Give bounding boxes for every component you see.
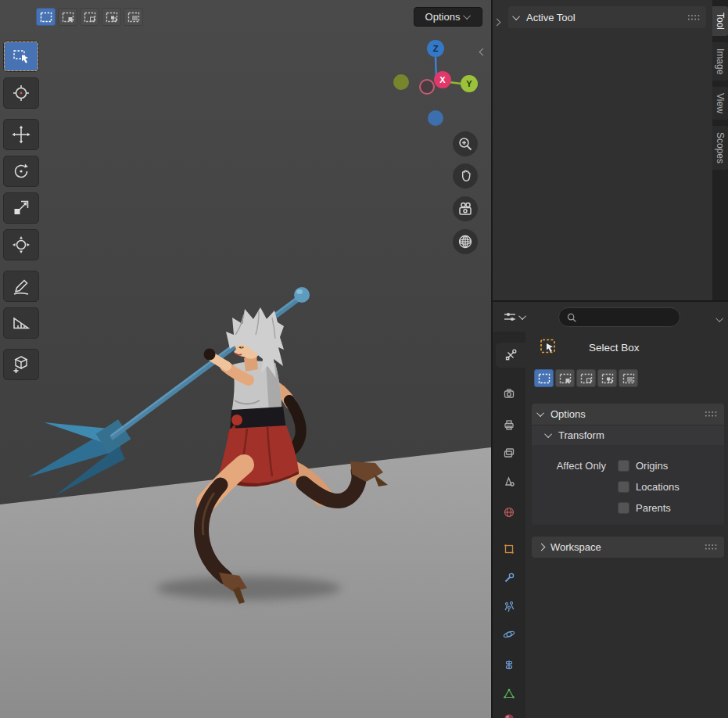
- tab-world[interactable]: [493, 500, 525, 525]
- zoom-button[interactable]: [453, 131, 478, 156]
- tool-add-cube-button[interactable]: [3, 349, 39, 380]
- sidebar-collapse-arrow[interactable]: [480, 45, 486, 57]
- workspace-panel-title: Workspace: [550, 541, 601, 553]
- physics-tab-icon: [503, 628, 515, 641]
- gizmo-axis-z-neg[interactable]: [428, 110, 443, 126]
- options-panel-title: Options: [550, 408, 586, 420]
- navigation-gizmo[interactable]: Z X Y: [389, 38, 490, 130]
- select-mode-group: [534, 369, 638, 387]
- checkbox-locations[interactable]: [618, 481, 629, 493]
- ortho-grid-icon: [457, 233, 474, 250]
- tab-object-data[interactable]: [493, 681, 525, 706]
- tool-annotate-button[interactable]: [3, 271, 39, 302]
- workspace-panel-header[interactable]: Workspace: [532, 537, 724, 558]
- affect-only-row: Affect Only Origins: [532, 455, 724, 476]
- tab-particles[interactable]: [493, 594, 525, 619]
- chevron-down-icon: [544, 430, 552, 438]
- options-panel-header[interactable]: Options: [532, 404, 724, 425]
- viewport-toolbar: [3, 41, 39, 386]
- tool-tab-icon: [504, 349, 517, 361]
- checkbox-parents[interactable]: [618, 502, 629, 514]
- properties-tab-strip: [493, 332, 525, 718]
- tool-measure-button[interactable]: [3, 307, 39, 339]
- tool-select-box-button[interactable]: [3, 41, 39, 72]
- chevron-down-icon: [464, 12, 472, 20]
- scale-icon: [11, 198, 31, 218]
- 3d-viewport[interactable]: Options: [0, 0, 491, 718]
- options-panel: Options Transform Affect Only Origins: [532, 404, 724, 525]
- select-mode-group: [36, 8, 143, 26]
- tab-object[interactable]: [493, 537, 525, 562]
- select-subtract-icon: [84, 12, 96, 23]
- drag-handle-icon[interactable]: [687, 14, 700, 21]
- gizmo-axis-x-neg[interactable]: [420, 80, 434, 94]
- header-options-toggle[interactable]: [718, 313, 723, 325]
- tool-scale-button[interactable]: [3, 192, 39, 224]
- ortho-toggle-button[interactable]: [453, 229, 478, 254]
- properties-search[interactable]: [558, 307, 680, 327]
- panel-expand-arrow[interactable]: [494, 16, 500, 27]
- tab-modifiers[interactable]: [493, 565, 525, 591]
- properties-editor-icon: [503, 311, 517, 323]
- transform-subpanel-header[interactable]: Transform: [532, 425, 724, 445]
- camera-view-icon: [457, 200, 474, 217]
- modifiers-tab-icon: [503, 572, 515, 584]
- select-mode-extend-button[interactable]: [58, 8, 77, 26]
- search-input[interactable]: [582, 312, 672, 323]
- tab-physics[interactable]: [493, 622, 525, 647]
- affect-only-label: Affect Only: [532, 460, 606, 472]
- editor-type-button[interactable]: [499, 308, 530, 325]
- select-mode-subtract-button[interactable]: [576, 369, 596, 387]
- tab-constraints[interactable]: [493, 652, 525, 677]
- tool-move-button[interactable]: [3, 119, 39, 150]
- particles-tab-icon: [503, 600, 515, 612]
- viewport-options-dropdown[interactable]: Options: [414, 7, 482, 27]
- tab-output[interactable]: [493, 412, 525, 437]
- select-mode-set-button[interactable]: [534, 369, 554, 387]
- rotate-icon: [11, 161, 31, 181]
- select-mode-invert-button[interactable]: [102, 8, 121, 26]
- gizmo-axis-y-neg[interactable]: [393, 74, 409, 90]
- drag-handle-icon[interactable]: [705, 544, 717, 551]
- select-box-icon: [11, 46, 31, 66]
- sidebar-tab-tool[interactable]: Tool: [712, 6, 728, 36]
- sidebar-tab-scopes[interactable]: Scopes: [712, 126, 728, 170]
- character-shadow: [156, 576, 341, 600]
- active-tool-panel-header[interactable]: Active Tool: [508, 6, 706, 28]
- tool-cursor-button[interactable]: [3, 77, 39, 109]
- checkbox-origins[interactable]: [618, 460, 629, 472]
- checkbox-parents-label: Parents: [636, 502, 671, 514]
- chevron-down-icon: [512, 13, 520, 20]
- parents-row: Parents: [532, 497, 724, 519]
- camera-view-button[interactable]: [453, 196, 478, 221]
- chevron-down-icon: [536, 409, 544, 417]
- drag-handle-icon[interactable]: [705, 411, 717, 418]
- sidebar-tab-view[interactable]: View: [712, 87, 728, 120]
- locations-row: Locations: [532, 476, 724, 497]
- tool-transform-button[interactable]: [3, 229, 39, 260]
- transform-icon: [11, 235, 31, 255]
- select-mode-extend-button[interactable]: [555, 369, 575, 387]
- select-mode-intersect-button[interactable]: [124, 8, 143, 26]
- select-mode-intersect-button[interactable]: [619, 369, 638, 387]
- annotate-icon: [11, 276, 31, 296]
- pan-button[interactable]: [453, 163, 478, 188]
- viewport-options-label: Options: [425, 11, 461, 23]
- tab-render[interactable]: [493, 381, 525, 406]
- select-mode-subtract-button[interactable]: [80, 8, 99, 26]
- tab-tool[interactable]: [496, 343, 525, 368]
- zoom-icon: [457, 135, 474, 153]
- checkbox-locations-label: Locations: [636, 481, 680, 493]
- tab-scene[interactable]: [493, 468, 525, 494]
- tab-view-layer[interactable]: [493, 440, 525, 465]
- select-intersect-icon: [622, 373, 635, 384]
- select-mode-invert-button[interactable]: [597, 369, 617, 387]
- select-mode-set-button[interactable]: [36, 8, 56, 26]
- chevron-right-icon: [493, 19, 501, 27]
- tool-rotate-button[interactable]: [3, 156, 39, 187]
- select-extend-icon: [62, 12, 74, 23]
- scene-tab-icon: [503, 475, 515, 487]
- tab-material[interactable]: [493, 706, 525, 718]
- sidebar-tab-image[interactable]: Image: [712, 42, 728, 81]
- transform-subpanel-title: Transform: [558, 429, 604, 441]
